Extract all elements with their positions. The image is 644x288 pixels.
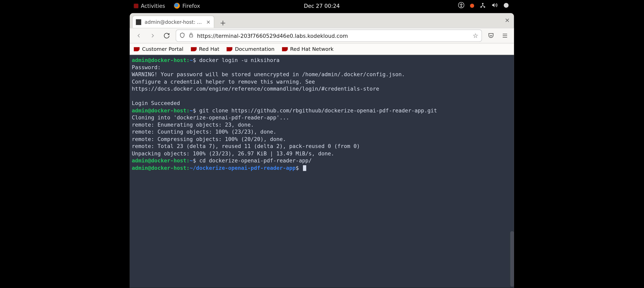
output-line: remote: Compressing objects: 100% (20/20… [132,136,512,143]
terminal-cursor [303,165,306,171]
volume-icon[interactable] [492,2,498,9]
svg-point-1 [461,3,462,4]
output-line: remote: Enumerating objects: 23, done. [132,121,512,128]
bookmark-red-hat[interactable]: Red Hat [191,46,219,52]
scrollbar[interactable] [510,231,514,287]
command-line: docker login -u niksihora [196,57,280,63]
browser-window: admin@docker-host: ~/d × + × [130,13,514,288]
hamburger-menu-icon[interactable] [500,31,510,41]
firefox-icon [174,3,180,8]
redhat-icon [282,47,288,51]
back-button[interactable] [134,31,144,41]
forward-button[interactable] [148,31,158,41]
bookmark-star-icon[interactable]: ☆ [473,32,478,39]
svg-rect-6 [190,35,193,37]
output-line: Login Succeeded [132,100,512,107]
pocket-icon[interactable] [486,31,496,41]
svg-point-2 [482,3,484,4]
active-application-name: Firefox [182,2,200,9]
window-close-icon[interactable]: × [505,16,510,24]
clock-label: Dec 27 00:24 [304,2,340,9]
redhat-icon [227,47,232,51]
bookmark-customer-portal[interactable]: Customer Portal [134,46,183,52]
tracking-shield-icon[interactable] [180,32,185,39]
browser-toolbar: https://terminal-203f7660529d46e0.labs.k… [130,28,514,43]
tab-strip: admin@docker-host: ~/d × + × [130,13,514,28]
redhat-icon [134,3,138,8]
activities-label: Activities [141,2,165,9]
url-text: https://terminal-203f7660529d46e0.labs.k… [197,33,348,39]
output-line: Configure a credential helper to remove … [132,78,512,85]
tab-close-icon[interactable]: × [206,19,210,25]
redhat-icon [191,47,196,51]
clock[interactable]: Dec 27 00:24 [304,2,340,9]
gnome-top-bar: Activities Firefox Dec 27 00:24 [130,0,514,11]
accessibility-icon[interactable] [458,2,464,9]
network-icon[interactable] [480,2,486,9]
command-line: cd dockerize-openai-pdf-reader-app/ [196,157,312,164]
browser-tab[interactable]: admin@docker-host: ~/d × [132,15,214,28]
output-line: Cloning into 'dockerize-openai-pdf-reade… [132,114,512,121]
terminal-favicon-icon [136,19,142,25]
output-line: Unpacking objects: 100% (23/23), 26.97 K… [132,150,512,157]
command-line: git clone https://github.com/rbgithuub/d… [196,107,437,113]
redhat-icon [134,47,140,51]
new-tab-button[interactable]: + [218,17,228,28]
activities-button[interactable]: Activities [134,2,165,9]
reload-button[interactable] [162,31,172,41]
output-line: remote: Total 23 (delta 7), reused 11 (d… [132,143,512,150]
output-line: remote: Counting objects: 100% (23/23), … [132,128,512,136]
system-tray [458,2,509,9]
output-line: Password: [132,64,512,71]
output-line: https://docs.docker.com/engine/reference… [132,85,512,92]
bookmark-documentation[interactable]: Documentation [227,46,274,52]
power-icon[interactable] [503,2,509,9]
bookmark-red-hat-network[interactable]: Red Hat Network [282,46,334,52]
bookmarks-bar: Customer Portal Red Hat Documentation Re… [130,43,514,55]
active-application-button[interactable]: Firefox [174,2,200,9]
output-line [132,92,512,100]
tab-title: admin@docker-host: ~/d [144,19,203,25]
output-line: WARNING! Your password will be stored un… [132,71,512,78]
notification-dot-icon[interactable] [470,3,474,8]
address-bar[interactable]: https://terminal-203f7660529d46e0.labs.k… [176,30,482,42]
terminal-page[interactable]: admin@docker-host:~$ docker login -u nik… [130,55,514,288]
lock-icon[interactable] [188,32,194,39]
